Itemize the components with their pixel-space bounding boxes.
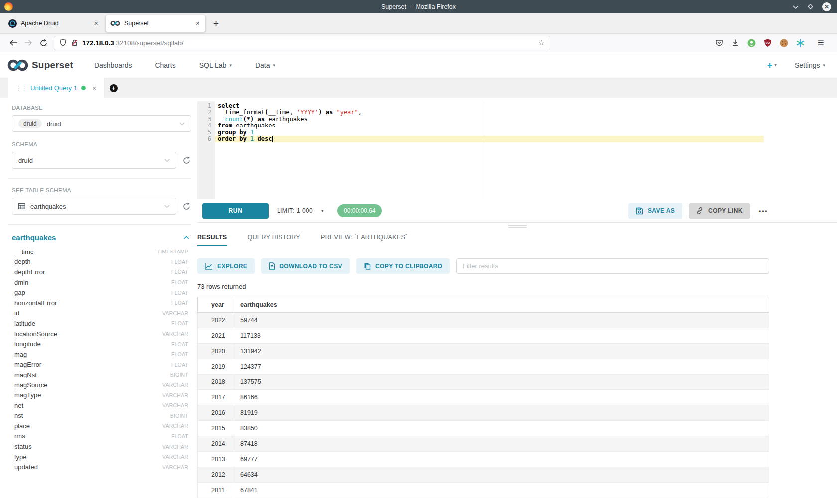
save-as-button[interactable]: SAVE AS xyxy=(628,203,682,219)
new-tab-button[interactable]: + xyxy=(207,19,225,28)
download-icon[interactable] xyxy=(731,39,739,47)
column-list: __time TIMESTAMP depth FLOAT depthError … xyxy=(12,247,191,472)
bookmark-star-icon[interactable]: ☆ xyxy=(538,38,545,47)
cell-year: 2015 xyxy=(198,421,234,436)
column-header-earthquakes[interactable]: earthquakes xyxy=(234,297,769,313)
column-row[interactable]: longitude FLOAT xyxy=(12,339,191,349)
minimize-icon[interactable] xyxy=(793,5,799,9)
column-type: FLOAT xyxy=(171,259,188,265)
column-row[interactable]: locationSource VARCHAR xyxy=(12,329,191,339)
table-row[interactable]: 2013 69777 xyxy=(198,452,769,467)
table-row[interactable]: 2021 117133 xyxy=(198,328,769,344)
table-row[interactable]: 2011 67841 xyxy=(198,483,769,498)
results-tab-query-history[interactable]: QUERY HISTORY xyxy=(248,234,300,246)
editor-code[interactable]: select time_format(__time, 'YYYY') as "y… xyxy=(215,101,764,199)
lock-insecure-icon[interactable] xyxy=(71,39,78,47)
column-row[interactable]: magSource VARCHAR xyxy=(12,380,191,390)
column-name: place xyxy=(14,422,30,430)
column-row[interactable]: mag FLOAT xyxy=(12,349,191,360)
nav-item-dashboards[interactable]: Dashboards xyxy=(94,61,132,69)
column-row[interactable]: magType VARCHAR xyxy=(12,390,191,400)
column-type: FLOAT xyxy=(171,362,188,368)
menu-hamburger-icon[interactable]: ☰ xyxy=(813,38,828,47)
more-options-icon[interactable]: ••• xyxy=(757,207,770,215)
column-row[interactable]: type VARCHAR xyxy=(12,452,191,462)
sql-editor[interactable]: 123456 select time_format(__time, 'YYYY'… xyxy=(197,101,764,199)
column-row[interactable]: updated VARCHAR xyxy=(12,462,191,472)
column-row[interactable]: depth FLOAT xyxy=(12,257,191,267)
column-row[interactable]: place VARCHAR xyxy=(12,421,191,431)
tab-close-icon[interactable]: × xyxy=(93,19,99,27)
url-text[interactable]: 172.18.0.3:32108/superset/sqllab/ xyxy=(82,39,183,47)
settings-menu[interactable]: Settings▾ xyxy=(795,61,825,69)
copy-link-button[interactable]: COPY LINK xyxy=(689,203,750,219)
table-row[interactable]: 2018 137575 xyxy=(198,375,769,390)
table-schema-title[interactable]: earthquakes xyxy=(12,233,56,242)
column-row[interactable]: depthError FLOAT xyxy=(12,267,191,277)
drag-grip-icon[interactable]: ⋮⋮ xyxy=(15,84,26,92)
table-row[interactable]: 2012 64634 xyxy=(198,467,769,483)
column-row[interactable]: net VARCHAR xyxy=(12,400,191,411)
column-header-year[interactable]: year xyxy=(198,297,234,313)
query-tab-active[interactable]: ⋮⋮ Untitled Query 1 × xyxy=(8,78,104,98)
refresh-table-icon[interactable] xyxy=(181,202,191,211)
column-row[interactable]: dmin FLOAT xyxy=(12,277,191,288)
column-row[interactable]: magNst BIGINT xyxy=(12,370,191,380)
filter-results-input[interactable] xyxy=(456,258,769,274)
database-select[interactable]: druid druid xyxy=(12,115,191,132)
close-icon[interactable]: ✕ xyxy=(822,2,831,11)
reload-icon[interactable] xyxy=(36,39,51,47)
column-row[interactable]: rms FLOAT xyxy=(12,431,191,442)
table-row[interactable]: 2022 59744 xyxy=(198,313,769,328)
database-value: druid xyxy=(47,120,61,127)
url-host: 172.18.0.3 xyxy=(82,39,114,47)
cell-earthquakes: 87418 xyxy=(234,436,769,452)
tab-close-icon[interactable]: × xyxy=(195,19,201,27)
shield-icon[interactable] xyxy=(59,39,67,47)
column-row[interactable]: id VARCHAR xyxy=(12,308,191,319)
run-button[interactable]: RUN xyxy=(202,203,269,219)
table-row[interactable]: 2015 83850 xyxy=(198,421,769,436)
back-icon[interactable] xyxy=(6,39,21,46)
column-name: status xyxy=(14,443,32,450)
pocket-icon[interactable] xyxy=(715,39,723,47)
forward-icon[interactable] xyxy=(21,39,36,46)
row-count-text: 73 rows returned xyxy=(197,283,837,290)
results-tab-preview[interactable]: PREVIEW: `EARTHQUAKES` xyxy=(321,234,408,246)
table-row[interactable]: 2019 124377 xyxy=(198,359,769,375)
add-new-button[interactable]: +▾ xyxy=(767,61,777,70)
column-row[interactable]: nst BIGINT xyxy=(12,411,191,421)
copy-clipboard-button[interactable]: COPY TO CLIPBOARD xyxy=(356,258,450,274)
add-query-tab-button[interactable]: + xyxy=(104,78,123,98)
query-tab-close-icon[interactable]: × xyxy=(92,84,96,92)
cell-year: 2018 xyxy=(198,375,234,390)
table-row[interactable]: 2014 87418 xyxy=(198,436,769,452)
column-row[interactable]: latitude FLOAT xyxy=(12,318,191,329)
browser-tab-druid[interactable]: Apache Druid × xyxy=(4,15,104,32)
download-csv-button[interactable]: DOWNLOAD TO CSV xyxy=(261,258,350,274)
table-row[interactable]: 2016 81919 xyxy=(198,405,769,421)
table-select[interactable]: earthquakes xyxy=(12,198,176,215)
limit-control[interactable]: LIMIT: 1 000 ▾ xyxy=(277,207,324,214)
column-row[interactable]: magError FLOAT xyxy=(12,360,191,370)
column-row[interactable]: __time TIMESTAMP xyxy=(12,247,191,257)
browser-tab-superset[interactable]: Superset × xyxy=(106,15,205,32)
column-row[interactable]: status VARCHAR xyxy=(12,441,191,452)
query-timer-badge: 00:00:00.64 xyxy=(337,204,382,217)
maximize-icon[interactable] xyxy=(807,3,814,10)
results-tab-results[interactable]: RESULTS xyxy=(197,234,227,246)
nav-item-sql-lab[interactable]: SQL Lab▾ xyxy=(199,61,232,69)
url-bar[interactable]: 172.18.0.3:32108/superset/sqllab/ ☆ xyxy=(54,36,550,50)
column-row[interactable]: horizontalError FLOAT xyxy=(12,298,191,308)
table-row[interactable]: 2020 131942 xyxy=(198,344,769,359)
superset-logo[interactable]: Superset xyxy=(6,58,73,73)
explore-button[interactable]: EXPLORE xyxy=(197,258,255,274)
table-row[interactable]: 2017 86166 xyxy=(198,390,769,405)
refresh-schema-icon[interactable] xyxy=(181,156,191,165)
nav-item-charts[interactable]: Charts xyxy=(155,61,175,69)
nav-item-data[interactable]: Data▾ xyxy=(255,61,275,69)
pane-resize-grip[interactable] xyxy=(197,223,837,229)
schema-select[interactable]: druid xyxy=(12,152,176,169)
collapse-chevron-up-icon[interactable] xyxy=(183,236,189,240)
column-row[interactable]: gap FLOAT xyxy=(12,287,191,298)
